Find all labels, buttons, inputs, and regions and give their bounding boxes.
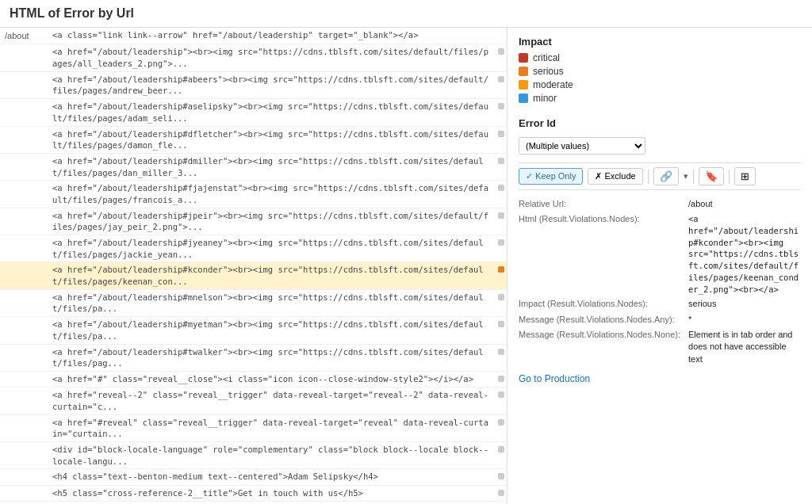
dot-cell [496,485,507,501]
right-panel: Impact criticalseriousmoderateminor Erro… [508,28,812,504]
html-cell: <a href="/about/leadership#abeers"><br><… [48,71,496,98]
dot-cell [496,99,507,126]
message-any-label: Message (Result.Violations.Nodes.Any): [519,314,680,326]
goto-production-link[interactable]: Go to Production [519,373,801,384]
table-row[interactable]: <a href="reveal--2" class="reveal__trigg… [0,388,507,414]
dot-cell [496,344,507,371]
exclude-button[interactable]: ✗ Exclude [588,168,642,185]
dot-cell [496,28,507,44]
html-cell: <a href="#reveal" class="reveal__trigger… [48,414,496,441]
impact-section: Impact criticalseriousmoderateminor [519,36,801,106]
html-cell: <a href="/about/leadership#kconder"><br>… [48,262,496,289]
url-cell [0,414,48,441]
dot-cell [496,289,507,316]
bookmark-icon-button[interactable]: 🔖 [699,167,724,185]
error-id-section: Error Id (Multiple values) [519,117,801,155]
dot-cell [496,442,507,469]
table-row[interactable]: <a href="/about/leadership#dmiller"><br>… [0,153,507,180]
table-row[interactable]: <a href="/about/leadership"><br><img src… [0,44,507,71]
html-label: Html (Result.Violations.Nodes): [519,213,680,295]
link-icon-button[interactable]: 🔗 [653,167,679,185]
message-any-value: * [688,314,801,326]
impact-label-critical: critical [533,52,560,63]
impact-dot-moderate [519,80,528,90]
table-row[interactable]: <a href="/about/leadership#kconder"><br>… [0,262,507,289]
table-row[interactable]: <a href="#reveal" class="reveal__trigger… [0,414,507,441]
table-row[interactable]: <a href="/about/leadership#aselipsky"><b… [0,99,507,126]
html-cell: <a href="/about/leadership#dfletcher"><b… [48,126,496,153]
dot-cell [496,371,507,387]
html-cell: <a href="/about/leadership#jpeir"><br><i… [48,208,496,235]
toolbar-separator-2 [693,170,694,184]
error-id-title: Error Id [519,117,801,129]
url-cell [0,235,48,262]
url-cell [0,208,48,235]
impact-label: Impact (Result.Violations.Nodes): [519,298,680,310]
table-row[interactable]: /about<a class="link link--arrow" href="… [0,28,507,44]
html-cell: <a href="/about/leadership"><br><img src… [48,44,496,71]
impact-item-moderate: moderate [519,79,801,90]
impact-label-minor: minor [533,93,557,104]
dot-cell [496,126,507,153]
table-row[interactable]: <h4 class="text--benton-medium text--cen… [0,469,507,485]
keep-only-button[interactable]: ✓ Keep Only [519,168,583,185]
impact-title: Impact [519,36,801,48]
url-cell [0,371,48,387]
html-cell: <a href="/about/leadership#myetman"><br>… [48,317,496,344]
toolbar-row: ✓ Keep Only ✗ Exclude 🔗 ▾ 🔖 ⊞ [519,162,801,190]
toolbar-separator-3 [729,170,730,184]
table-row[interactable]: <a href="/about/leadership#abeers"><br><… [0,71,507,98]
table-row[interactable]: <a href="/about/leadership#twalker"><br>… [0,344,507,371]
impact-label-moderate: moderate [533,79,573,90]
impact-label-serious: serious [533,66,564,77]
html-cell: <h4 class="text--benton-medium text--cen… [48,469,496,485]
url-cell [0,71,48,98]
left-panel: /about<a class="link link--arrow" href="… [0,28,508,504]
dot-cell [496,388,507,414]
html-cell: <a href="/about/leadership#fjajenstat"><… [48,181,496,208]
html-cell: <a href="/about/leadership#mnelson"><br>… [48,289,496,316]
relative-url-value: /about [688,198,801,210]
impact-dot-minor [519,94,528,103]
impact-dot-critical [519,53,528,63]
impact-value: serious [688,298,801,310]
url-cell [0,485,48,501]
html-cell: <a href="/about/leadership#twalker"><br>… [48,344,496,371]
dot-cell [496,71,507,98]
table-row[interactable]: <a href="/about/leadership#dfletcher"><b… [0,126,507,153]
url-cell [0,153,48,180]
dot-cell [496,208,507,235]
url-cell [0,317,48,344]
link-dropdown-arrow[interactable]: ▾ [684,171,688,181]
table-row[interactable]: <div id="block-locale-language" role="co… [0,442,507,469]
table-row[interactable]: <a href="/about/leadership#fjajenstat"><… [0,181,507,208]
impact-dot-serious [519,67,528,76]
table-row[interactable]: <a href="/about/leadership#jpeir"><br><i… [0,208,507,235]
url-cell [0,126,48,153]
dot-cell [496,317,507,344]
table-row[interactable]: <a href="/about/leadership#mnelson"><br>… [0,289,507,316]
dot-cell [496,414,507,441]
relative-url-label: Relative Url: [519,198,680,210]
html-cell: <a href="#" class="reveal__close"><i cla… [48,371,496,387]
url-cell [0,99,48,126]
error-id-select[interactable]: (Multiple values) [519,137,645,155]
url-cell [0,181,48,208]
url-cell [0,262,48,289]
table-row[interactable]: <h5 class="cross-reference-2__title">Get… [0,485,507,501]
toolbar-separator-1 [648,170,649,184]
page-title: HTML of Error by Url [0,0,812,28]
table-row[interactable]: <a href="#" class="reveal__close"><i cla… [0,371,507,387]
html-cell: <a href="/about/leadership#jyeaney"><br>… [48,235,496,262]
table-row[interactable]: <a href="/about/leadership#myetman"><br>… [0,317,507,344]
grid-icon-button[interactable]: ⊞ [734,167,756,185]
html-cell: <div id="block-locale-language" role="co… [48,442,496,469]
table-row[interactable]: <a href="/about/leadership#jyeaney"><br>… [0,235,507,262]
dot-cell [496,181,507,208]
dot-cell [496,44,507,71]
url-cell [0,289,48,316]
data-table: /about<a class="link link--arrow" href="… [0,28,507,504]
url-cell: /about [0,28,48,44]
impact-item-serious: serious [519,66,801,77]
impact-item-critical: critical [519,52,801,63]
